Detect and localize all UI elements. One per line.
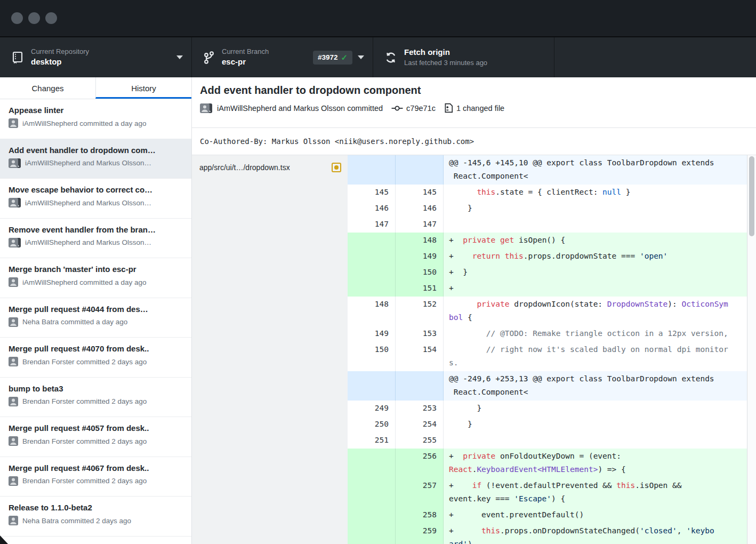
diff-code-line: } [444,417,756,433]
diff-code-line: // right now it's scaled badly on normal… [444,342,756,371]
diff-code-line: this.state = { clientRect: null } [444,185,756,201]
commit-row-title: Merge pull request #4057 from desk.. [9,423,184,433]
avatar-image [9,277,18,287]
commit-row-meta: Brendan Forster committed 2 days ago [9,397,184,406]
commit-row[interactable]: Remove event handler from the bran…iAmWi… [0,219,191,259]
diff-old-line-number [348,507,396,523]
avatar [9,158,21,168]
avatar-image [200,103,210,113]
repo-icon [12,51,23,64]
diff-row-context: 147147 [348,217,756,233]
diff-row-context: 251255 [348,433,756,449]
diff-row-add: 259+ this.props.onDropdownStateChanged('… [348,523,756,544]
commit-row-meta-text: iAmWillShepherd and Markus Olsson… [25,199,151,207]
diff-row-context: 148152 private dropdownIcon(state: Dropd… [348,297,756,326]
diff-new-line-number: 256 [396,449,444,478]
diff-scrollbar[interactable] [747,155,756,544]
commit-row-meta-text: Neha Batra committed a day ago [22,318,127,326]
changed-files-panel: app/src/ui/t…/dropdown.tsx [192,155,348,544]
commit-row[interactable]: Add event handler to dropdown com…iAmWil… [0,139,191,179]
commit-row-meta-text: iAmWillShepherd committed a day ago [22,278,147,286]
commit-row[interactable]: Move escape behavior to correct co…iAmWi… [0,179,191,219]
diff-new-line-number: 154 [396,342,444,371]
current-repository-value: desktop [31,57,89,67]
commit-row[interactable]: Merge pull request #4067 from desk..Bren… [0,457,191,497]
sidebar: Changes History Appease linteriAmWillShe… [0,77,192,544]
chevron-down-icon [176,55,183,59]
tab-changes[interactable]: Changes [0,77,95,99]
diff-old-line-number [348,155,396,185]
diff-row-context: 146146 } [348,201,756,217]
avatar-image [9,436,18,446]
diff-old-line-number [348,249,396,265]
tab-history-label: History [131,84,156,93]
commit-row[interactable]: Merge branch 'master' into esc-priAmWill… [0,258,191,298]
diff-new-line-number: 153 [396,326,444,342]
fetch-origin-label: Fetch origin [404,47,487,58]
diff-new-line-number: 145 [396,185,444,201]
avatar [9,397,18,406]
close-window-button[interactable] [11,12,23,24]
diff-code-line: + private onFoldoutKeyDown = (event: Rea… [444,449,756,478]
commit-header: Add event handler to dropdown component … [192,77,756,128]
avatar-image [9,476,18,486]
commit-list: Appease linteriAmWillShepherd committed … [0,99,191,544]
modified-file-icon [332,163,341,172]
commit-row-meta-text: Brendan Forster committed 2 days ago [22,358,147,366]
diff-row-add: 256+ private onFoldoutKeyDown = (event: … [348,449,756,478]
commit-row-title: Move escape behavior to correct co… [9,185,184,194]
commit-row-meta: iAmWillShepherd and Markus Olsson… [9,158,184,168]
commit-row[interactable]: Merge pull request #4070 from desk..Bren… [0,338,191,378]
diff-old-line-number: 145 [348,185,396,201]
diff-code-line: @@ -249,6 +253,13 @@ export class Toolba… [444,371,756,401]
commit-summary-title: Add event handler to dropdown component [200,84,745,97]
diff-new-line-number: 254 [396,417,444,433]
diff-code-line: + private get isOpen() { [444,233,756,249]
changed-file-row[interactable]: app/src/ui/t…/dropdown.tsx [192,155,348,179]
pull-request-badge[interactable]: #3972 ✓ [313,51,352,65]
commit-row-meta-text: iAmWillShepherd committed a day ago [22,119,147,127]
diff-code-line: + if (!event.defaultPrevented && this.is… [444,478,756,507]
commit-row[interactable]: bump to beta3Brendan Forster committed 2… [0,378,191,418]
commit-row-title: Add event handler to dropdown com… [9,146,184,155]
tab-history[interactable]: History [95,77,191,99]
git-branch-icon [204,51,214,65]
commit-row-title: Merge pull request #4044 from des… [9,305,184,314]
avatar-image [9,317,18,327]
chevron-down-icon [358,55,364,59]
avatar-image [9,516,18,525]
diff-old-line-number [348,371,396,401]
zoom-window-button[interactable] [45,12,57,24]
commit-row-title: Release to 1.1.0-beta2 [9,503,184,512]
diff-old-line-number: 146 [348,201,396,217]
fetch-origin-button[interactable]: Fetch origin Last fetched 3 minutes ago [373,37,554,77]
toolbar: Current Repository desktop Current Branc… [0,36,756,77]
minimize-window-button[interactable] [28,12,40,24]
diff-new-line-number: 147 [396,217,444,233]
diff-new-line-number: 253 [396,401,444,417]
diff-old-line-number [348,233,396,249]
diff-code-line: } [444,401,756,417]
diff-scrollbar-thumb[interactable] [749,156,754,236]
current-branch-button[interactable]: Current Branch esc-pr #3972 ✓ [192,37,373,77]
commit-row[interactable]: Appease linteriAmWillShepherd committed … [0,99,191,139]
git-commit-icon [391,104,403,113]
commit-row[interactable]: Merge pull request #4044 from des…Neha B… [0,298,191,338]
diff-view: @@ -145,6 +145,10 @@ export class Toolba… [348,155,756,544]
commit-row-title: bump to beta3 [9,384,184,393]
commit-row[interactable]: Merge pull request #4057 from desk..Bren… [0,417,191,457]
diff-new-line-number: 148 [396,233,444,249]
current-repository-button[interactable]: Current Repository desktop [0,37,192,77]
diff-new-line-number: 152 [396,297,444,326]
commit-row[interactable]: Merge pull request #4054 from desk.. [0,537,191,544]
diff-row-add: 148+ private get isOpen() { [348,233,756,249]
commit-committers: iAmWillShepherd and Markus Olsson commit… [217,104,383,113]
commit-row[interactable]: Release to 1.1.0-beta2Neha Batra committ… [0,497,191,537]
commit-row-meta: Neha Batra committed 2 days ago [9,516,184,525]
fetch-origin-sublabel: Last fetched 3 minutes ago [404,59,487,67]
commit-row-title: Merge branch 'master' into esc-pr [9,265,184,274]
diff-row-add: 151+ [348,281,756,297]
commit-row-meta-text: Brendan Forster committed 2 days ago [22,477,147,485]
diff-old-line-number: 148 [348,297,396,326]
diff-old-line-number: 150 [348,342,396,371]
